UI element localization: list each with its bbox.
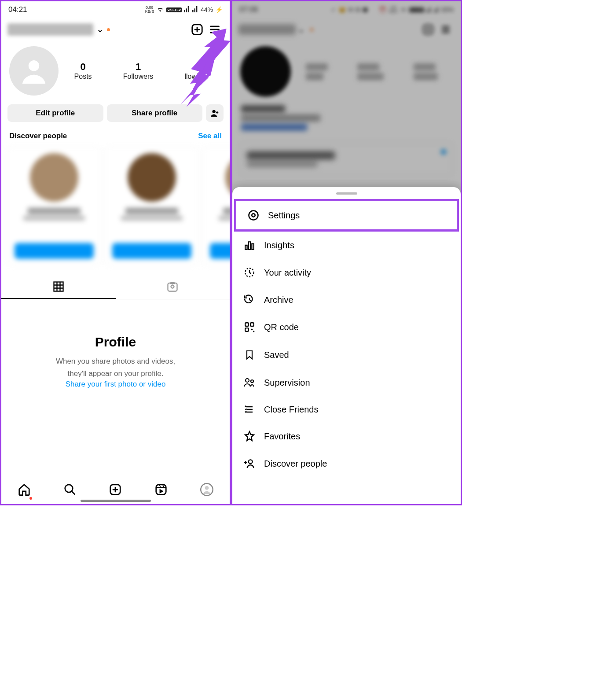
sheet-handle[interactable]	[336, 192, 357, 195]
svg-point-2	[213, 110, 216, 113]
profile-tabs	[1, 275, 230, 299]
signal-icon-2	[192, 6, 198, 14]
archive-icon	[243, 294, 256, 306]
profile-stats-row: 0 Posts 1 Followers llowing	[1, 42, 230, 98]
nav-search-icon[interactable]	[63, 483, 77, 498]
svg-point-16	[252, 214, 255, 217]
options-sheet: Settings Insights Your activity Archive …	[232, 187, 461, 504]
status-time: 04:21	[8, 5, 27, 14]
signal-icon-1	[184, 6, 190, 14]
battery-percent: 44%	[201, 6, 213, 13]
insights-icon	[243, 239, 256, 251]
edit-profile-button[interactable]: Edit profile	[7, 104, 103, 122]
discover-people-icon	[243, 458, 256, 469]
menu-item-archive[interactable]: Archive	[232, 286, 461, 313]
menu-item-qr-code[interactable]: QR code	[232, 313, 461, 341]
svg-text:★: ★	[244, 405, 247, 408]
annotation-highlight: Settings	[234, 199, 459, 232]
svg-point-21	[251, 328, 253, 330]
menu-sheet-screen: 07:06 ✓🐱✉M⬢ ⏰ 109KB/S Vo LTE2 93% ⌄	[231, 0, 462, 505]
lte-badge: Vo LTE2	[166, 7, 182, 12]
svg-rect-20	[245, 328, 249, 331]
menu-item-favorites[interactable]: Favorites	[232, 423, 461, 450]
menu-label: Archive	[264, 295, 293, 305]
empty-sub-1: When you share photos and videos,	[19, 356, 212, 367]
svg-point-23	[246, 379, 249, 382]
suggestion-card[interactable]	[203, 147, 230, 265]
home-notif-dot	[29, 497, 32, 500]
svg-point-10	[205, 486, 209, 490]
discover-header: Discover people See all	[1, 126, 230, 142]
menu-item-settings[interactable]: Settings	[236, 201, 457, 229]
tab-tagged[interactable]	[116, 275, 230, 299]
share-first-link[interactable]: Share your first photo or video	[19, 380, 212, 389]
grid-icon	[52, 280, 65, 293]
svg-rect-19	[250, 323, 254, 326]
menu-label: Insights	[264, 240, 294, 250]
empty-sub-2: they'll appear on your profile.	[19, 368, 212, 379]
menu-label: Your activity	[264, 268, 311, 278]
account-switcher-chevron[interactable]: ⌄	[97, 25, 103, 34]
nav-profile-icon[interactable]	[200, 483, 213, 498]
svg-point-1	[29, 60, 40, 71]
add-friend-button[interactable]	[206, 104, 224, 122]
svg-rect-3	[54, 282, 63, 291]
suggestion-card[interactable]	[105, 147, 198, 265]
hamburger-menu-icon[interactable]	[206, 21, 224, 38]
username-blurred[interactable]	[7, 23, 93, 36]
discover-title: Discover people	[9, 132, 67, 140]
share-profile-button[interactable]: Share profile	[107, 104, 203, 122]
menu-label: Settings	[268, 210, 300, 221]
menu-label: Supervision	[264, 378, 310, 388]
menu-item-saved[interactable]: Saved	[232, 341, 461, 369]
close-friends-icon: ★★	[243, 404, 256, 415]
stat-following[interactable]: llowing	[184, 61, 206, 81]
svg-text:★: ★	[244, 410, 247, 413]
avatar[interactable]	[9, 46, 59, 96]
qr-icon	[243, 321, 256, 333]
profile-actions: Edit profile Share profile	[1, 98, 230, 126]
wifi-icon	[156, 6, 164, 14]
supervision-icon	[243, 377, 256, 388]
empty-profile-state: Profile When you share photos and videos…	[1, 299, 230, 406]
stat-posts[interactable]: 0 Posts	[74, 61, 92, 81]
suggestion-card[interactable]	[7, 147, 101, 265]
create-button[interactable]	[188, 21, 206, 38]
nav-home-icon[interactable]	[18, 483, 31, 498]
settings-icon	[247, 209, 260, 221]
menu-item-discover-people[interactable]: Discover people	[232, 450, 461, 477]
menu-label: Favorites	[264, 431, 300, 442]
menu-label: Close Friends	[264, 405, 318, 415]
kbs-indicator: 0.09KB/S	[145, 6, 154, 14]
nav-create-icon[interactable]	[109, 483, 122, 498]
notification-dot	[107, 28, 110, 31]
nav-reels-icon[interactable]	[154, 483, 168, 498]
svg-point-24	[251, 380, 253, 383]
profile-screen: 04:21 0.09KB/S Vo LTE2 44% ⚡ ⌄	[0, 0, 231, 505]
empty-title: Profile	[19, 335, 212, 350]
gesture-bar	[81, 500, 151, 502]
svg-point-27	[249, 460, 253, 464]
tagged-icon	[166, 280, 179, 293]
menu-item-close-friends[interactable]: ★★ Close Friends	[232, 396, 461, 423]
charging-icon: ⚡	[215, 6, 223, 13]
discover-carousel[interactable]	[1, 142, 230, 274]
tab-grid[interactable]	[1, 275, 116, 299]
stat-followers[interactable]: 1 Followers	[123, 61, 153, 81]
menu-item-insights[interactable]: Insights	[232, 232, 461, 259]
profile-header: ⌄	[1, 17, 230, 42]
svg-rect-4	[168, 283, 177, 291]
menu-item-your-activity[interactable]: Your activity	[232, 259, 461, 286]
svg-rect-18	[245, 323, 249, 326]
svg-point-5	[171, 285, 174, 288]
svg-point-22	[253, 331, 254, 332]
menu-item-supervision[interactable]: Supervision	[232, 369, 461, 396]
menu-label: Discover people	[264, 459, 327, 469]
see-all-link[interactable]: See all	[198, 132, 222, 140]
activity-icon	[243, 267, 256, 278]
menu-label: Saved	[264, 350, 289, 360]
status-bar: 04:21 0.09KB/S Vo LTE2 44% ⚡	[1, 1, 230, 17]
favorites-icon	[243, 431, 256, 442]
svg-rect-8	[156, 485, 166, 495]
svg-point-6	[65, 485, 73, 493]
